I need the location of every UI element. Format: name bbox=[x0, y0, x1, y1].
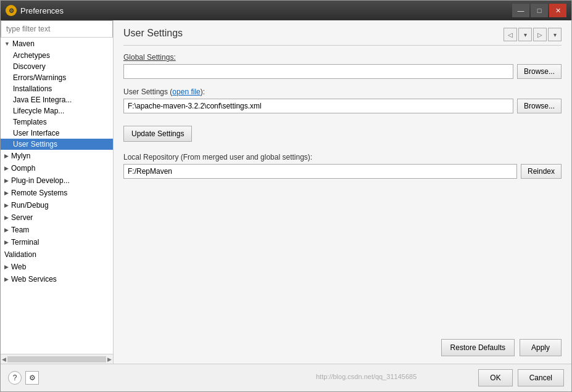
forward-dropdown-icon[interactable]: ▾ bbox=[548, 28, 562, 41]
sidebar-item-web-services[interactable]: ▶ Web Services bbox=[1, 273, 113, 285]
chevron-right-icon: ▶ bbox=[4, 227, 9, 233]
ok-button[interactable]: OK bbox=[478, 369, 512, 386]
user-settings-group: User Settings (open file): Browse... bbox=[123, 88, 562, 113]
forward-icon[interactable]: ▷ bbox=[533, 28, 547, 41]
sidebar-item-oomph[interactable]: ▶ Oomph bbox=[1, 162, 113, 174]
update-settings-button[interactable]: Update Settings bbox=[123, 126, 192, 142]
chevron-down-icon: ▼ bbox=[4, 41, 10, 47]
sidebar-item-remote-systems[interactable]: ▶ Remote Systems bbox=[1, 187, 113, 199]
chevron-right-icon: ▶ bbox=[4, 190, 9, 196]
help-button[interactable]: ? bbox=[8, 371, 22, 385]
sidebar-item-team[interactable]: ▶ Team bbox=[1, 224, 113, 236]
scroll-thumb[interactable] bbox=[7, 356, 106, 362]
window-controls: — □ ✕ bbox=[512, 4, 566, 17]
update-settings-row: Update Settings bbox=[123, 122, 562, 142]
cancel-button[interactable]: Cancel bbox=[518, 369, 564, 386]
content-spacer bbox=[123, 187, 562, 327]
scroll-left-icon[interactable]: ◀ bbox=[2, 356, 6, 362]
local-repository-group: Local Repository (From merged user and g… bbox=[123, 153, 562, 179]
sidebar-item-run-debug[interactable]: ▶ Run/Debug bbox=[1, 199, 113, 211]
preferences-window: ⚙ Preferences — □ ✕ ▼ Maven Archetypes D… bbox=[0, 0, 572, 392]
sidebar-item-errors-warnings[interactable]: Errors/Warnings bbox=[1, 72, 113, 83]
sidebar-item-lifecycle-mapping[interactable]: Lifecycle Map... bbox=[1, 105, 113, 116]
apply-button[interactable]: Apply bbox=[520, 339, 562, 356]
window-title: Preferences bbox=[20, 6, 512, 15]
minimize-button[interactable]: — bbox=[512, 4, 529, 17]
sidebar-item-mylyn[interactable]: ▶ Mylyn bbox=[1, 150, 113, 162]
sidebar-item-discovery[interactable]: Discovery bbox=[1, 61, 113, 72]
global-settings-browse-button[interactable]: Browse... bbox=[517, 64, 562, 79]
main-area: ▼ Maven Archetypes Discovery Errors/Warn… bbox=[1, 20, 571, 364]
chevron-right-icon: ▶ bbox=[4, 214, 9, 221]
sidebar-item-installations[interactable]: Installations bbox=[1, 83, 113, 94]
sidebar-item-server[interactable]: ▶ Server bbox=[1, 211, 113, 224]
sidebar-item-user-interface[interactable]: User Interface bbox=[1, 128, 113, 139]
global-settings-group: Global Settings: Browse... bbox=[123, 53, 562, 79]
restore-apply-row: Restore Defaults Apply bbox=[123, 327, 562, 356]
scroll-right-icon[interactable]: ▶ bbox=[107, 356, 112, 362]
chevron-right-icon: ▶ bbox=[4, 153, 9, 159]
app-icon: ⚙ bbox=[6, 5, 17, 16]
content-panel: User Settings ◁ ▾ ▷ ▾ Global Settings: B… bbox=[114, 20, 571, 364]
global-settings-label: Global Settings: bbox=[123, 53, 562, 62]
global-settings-input[interactable] bbox=[123, 64, 513, 79]
chevron-right-icon: ▶ bbox=[4, 178, 9, 184]
sidebar-item-archetypes[interactable]: Archetypes bbox=[1, 50, 113, 61]
user-settings-input[interactable] bbox=[123, 99, 513, 113]
sidebar-tree: ▼ Maven Archetypes Discovery Errors/Warn… bbox=[1, 38, 113, 354]
sidebar-scrollbar-area: ◀ ▶ bbox=[1, 354, 113, 364]
sidebar-item-java-ee[interactable]: Java EE Integra... bbox=[1, 94, 113, 105]
dropdown-arrow-icon[interactable]: ▾ bbox=[518, 28, 532, 41]
sidebar-item-web[interactable]: ▶ Web bbox=[1, 261, 113, 273]
sidebar-item-validation[interactable]: Validation bbox=[1, 248, 113, 261]
sidebar-item-terminal[interactable]: ▶ Terminal bbox=[1, 236, 113, 248]
bottom-bar-left: ? ⚙ bbox=[8, 371, 39, 385]
user-settings-label: User Settings (open file): bbox=[123, 88, 562, 96]
content-title: User Settings bbox=[123, 28, 183, 39]
bottom-bar-right: OK Cancel bbox=[478, 369, 564, 386]
user-settings-browse-button[interactable]: Browse... bbox=[517, 99, 562, 113]
restore-defaults-button[interactable]: Restore Defaults bbox=[441, 339, 515, 356]
filter-input[interactable] bbox=[1, 20, 113, 38]
watermark: http://blog.csdn.net/qq_31145685 bbox=[316, 373, 417, 380]
back-icon[interactable]: ◁ bbox=[504, 28, 517, 41]
sidebar-item-maven[interactable]: ▼ Maven bbox=[1, 38, 113, 50]
close-button[interactable]: ✕ bbox=[549, 4, 566, 17]
chevron-right-icon: ▶ bbox=[4, 239, 9, 245]
chevron-right-icon: ▶ bbox=[4, 264, 9, 270]
chevron-right-icon: ▶ bbox=[4, 276, 9, 282]
maximize-button[interactable]: □ bbox=[531, 4, 548, 17]
user-settings-input-row: Browse... bbox=[123, 99, 562, 113]
title-bar: ⚙ Preferences — □ ✕ bbox=[1, 1, 571, 20]
local-repository-input-row: Reindex bbox=[123, 164, 562, 179]
reindex-button[interactable]: Reindex bbox=[521, 164, 562, 179]
chevron-right-icon: ▶ bbox=[4, 165, 9, 171]
chevron-right-icon: ▶ bbox=[4, 202, 9, 208]
sidebar-item-templates[interactable]: Templates bbox=[1, 116, 113, 128]
preferences-icon-button[interactable]: ⚙ bbox=[25, 371, 39, 385]
open-file-link[interactable]: open file bbox=[172, 88, 200, 96]
global-settings-input-row: Browse... bbox=[123, 64, 562, 79]
sidebar-item-user-settings[interactable]: User Settings bbox=[1, 139, 113, 150]
bottom-bar: ? ⚙ http://blog.csdn.net/qq_31145685 OK … bbox=[1, 364, 571, 391]
sidebar-item-plug-in-development[interactable]: ▶ Plug-in Develop... bbox=[1, 174, 113, 187]
local-repository-input[interactable] bbox=[123, 164, 517, 179]
local-repository-label: Local Repository (From merged user and g… bbox=[123, 153, 562, 161]
sidebar: ▼ Maven Archetypes Discovery Errors/Warn… bbox=[1, 20, 114, 364]
